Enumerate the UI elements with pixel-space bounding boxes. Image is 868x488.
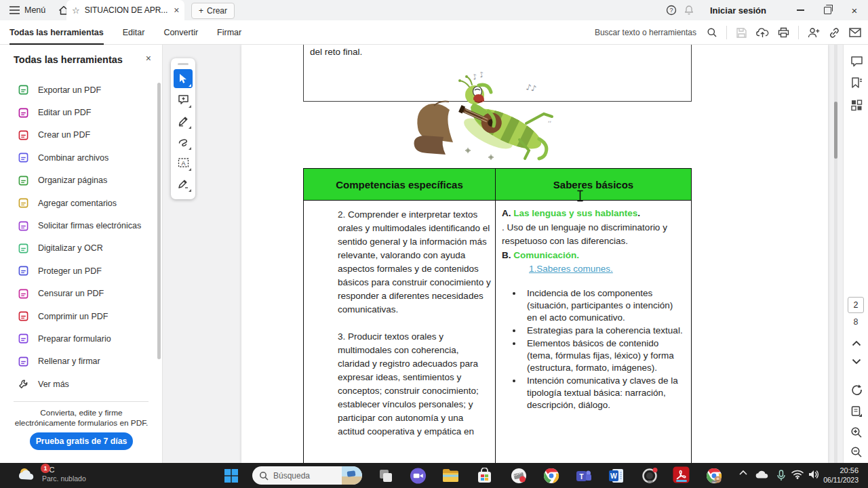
sidebar-item-crear-un-pdf[interactable]: Crear un PDF [0, 124, 162, 146]
menu-button[interactable]: Menú [0, 0, 54, 20]
next-page-button[interactable] [850, 359, 863, 365]
sidebar-item-agregar-comentarios[interactable]: Agregar comentarios [0, 192, 162, 214]
person-add-icon[interactable] [808, 27, 820, 38]
zoom-out-button[interactable] [850, 446, 863, 458]
tools-sidebar: Todas las herramientas × Exportar un PDF… [0, 45, 163, 463]
sidebar-item-label: Comprimir un PDF [38, 312, 108, 321]
print-icon[interactable] [778, 27, 789, 38]
sidebar-item-ver-mas[interactable]: Ver más [0, 373, 162, 395]
fill-sign-icon [178, 178, 189, 189]
camera-app-icon[interactable] [410, 467, 427, 484]
page-fit-button[interactable] [850, 405, 863, 418]
sign-in-button[interactable]: Iniciar sesión [710, 5, 766, 16]
saberes-bullet-list: Incidencia de los componentes (situación… [502, 287, 684, 411]
minimize-button[interactable] [787, 0, 814, 20]
pdf-top-text: del reto final. [304, 45, 691, 57]
menubar-tab-editar[interactable]: Editar [123, 20, 145, 45]
menubar-tab-convertir[interactable]: Convertir [163, 20, 198, 45]
sidebar-item-rellenar-y-firmar[interactable]: Rellenar y firmar [0, 350, 162, 373]
grasshopper-illustration: ♪ ♪ ♪♪ ,, [387, 69, 590, 164]
word-icon[interactable]: W [608, 467, 625, 484]
microphone-icon[interactable] [774, 470, 788, 481]
date-label: 06/11/2023 [811, 476, 859, 485]
close-button[interactable]: × [841, 0, 868, 20]
task-view-button[interactable] [377, 467, 394, 484]
search-label[interactable]: Buscar texto o herramientas [595, 28, 696, 37]
current-page-input[interactable]: 2 [848, 297, 864, 313]
bell-icon[interactable] [680, 5, 698, 16]
lasso-icon [178, 137, 189, 147]
restore-button[interactable] [814, 0, 841, 20]
start-button[interactable] [222, 467, 239, 484]
select-tool-button[interactable] [174, 69, 193, 88]
sidebar-item-label: Preparar formulario [38, 334, 111, 344]
sign-tool-button[interactable] [174, 174, 193, 193]
file-explorer-icon[interactable] [442, 467, 459, 484]
sidebar-item-label: Censurar un PDF [38, 289, 104, 298]
plus-icon: + [199, 6, 203, 16]
lens-app-icon[interactable] [642, 467, 658, 484]
rellenar-y-firmar-icon [18, 357, 28, 367]
chrome-icon[interactable] [542, 467, 559, 484]
close-tab-icon[interactable]: × [172, 5, 180, 16]
sidebar-scrollbar[interactable] [157, 83, 161, 359]
document-tab[interactable]: ☆ SITUACION DE APR... × [66, 0, 184, 20]
title-bar: Menú ☆ SITUACION DE APR... × + Crear ? I… [0, 0, 868, 20]
canvas-scrollbar-thumb[interactable] [834, 102, 837, 159]
chrome-profile-icon[interactable] [705, 467, 722, 484]
sidebar-item-solicitar-firmas-electronicas[interactable]: Solicitar firmas electrónicas [0, 214, 162, 237]
svg-text:♪♪: ♪♪ [525, 82, 537, 94]
menubar-tab-todas-las-herramientas[interactable]: Todas las herramientas [9, 20, 104, 45]
sidebar-item-editar-un-pdf[interactable]: Editar un PDF [0, 101, 162, 123]
sidebar-item-digitalizar-y-ocr[interactable]: Digitalizar y OCR [0, 237, 162, 260]
zoom-in-button[interactable] [850, 426, 863, 439]
thumbnails-panel-button[interactable] [850, 99, 863, 111]
svg-text:T: T [579, 472, 583, 480]
sidebar-close-icon[interactable]: × [146, 53, 151, 64]
onedrive-icon[interactable] [755, 470, 769, 479]
sidebar-item-organizar-paginas[interactable]: Organizar páginas [0, 169, 162, 192]
video-editor-icon[interactable] [510, 467, 527, 484]
sidebar-item-censurar-un-pdf[interactable]: Censurar un PDF [0, 283, 162, 305]
previous-page-button[interactable] [850, 340, 863, 346]
sidebar-item-proteger-un-pdf[interactable]: Proteger un PDF [0, 260, 162, 282]
taskbar-clock[interactable]: 20:56 06/11/2023 [811, 466, 859, 485]
acrobat-icon[interactable] [673, 466, 690, 483]
menu-icon [9, 6, 20, 14]
lasso-tool-button[interactable] [174, 132, 193, 151]
rotate-page-button[interactable] [850, 384, 863, 396]
cloud-upload-icon[interactable] [756, 27, 769, 38]
teams-icon[interactable]: T [575, 467, 592, 484]
star-icon[interactable]: ☆ [72, 6, 80, 15]
menubar-tab-firmar[interactable]: Firmar [217, 20, 241, 45]
sidebar-item-comprimir-un-pdf[interactable]: Comprimir un PDF [0, 305, 162, 327]
exportar-un-pdf-icon [18, 85, 28, 95]
header-saberes: Saberes básicos [496, 169, 691, 200]
link-icon[interactable] [829, 27, 840, 39]
store-icon[interactable] [476, 467, 493, 484]
help-button[interactable]: ? [663, 5, 680, 16]
weather-widget[interactable]: 1 7°C Parc. nublado [18, 466, 86, 483]
wifi-icon[interactable] [791, 470, 804, 479]
weather-description: Parc. nublado [42, 474, 86, 483]
draw-tool-button[interactable] [174, 111, 193, 130]
saberes-line-b: B. Comunicación. [502, 249, 684, 263]
sidebar-item-label: Crear un PDF [38, 130, 90, 140]
organizar-paginas-icon [18, 176, 28, 186]
minimize-icon [797, 9, 804, 11]
mail-icon[interactable] [849, 28, 861, 37]
create-button[interactable]: + Crear [191, 3, 235, 19]
bookmarks-panel-button[interactable] [850, 77, 863, 89]
search-icon[interactable] [707, 27, 717, 38]
sidebar-item-exportar-un-pdf[interactable]: Exportar un PDF [0, 79, 162, 101]
textbox-tool-button[interactable]: A [174, 153, 193, 172]
sidebar-item-preparar-formulario[interactable]: Preparar formulario [0, 327, 162, 350]
comment-tool-button[interactable] [174, 90, 193, 109]
tray-chevron-icon[interactable] [736, 470, 750, 475]
comments-panel-button[interactable] [850, 56, 863, 67]
palette-drag-handle[interactable] [178, 63, 189, 65]
sidebar-item-combinar-archivos[interactable]: Combinar archivos [0, 146, 162, 169]
taskbar-search[interactable]: Búsqueda [252, 466, 362, 485]
saberes-comunes-link[interactable]: 1.Saberes comunes. [529, 262, 613, 277]
free-trial-button[interactable]: Prueba gratis de 7 días [30, 432, 133, 450]
